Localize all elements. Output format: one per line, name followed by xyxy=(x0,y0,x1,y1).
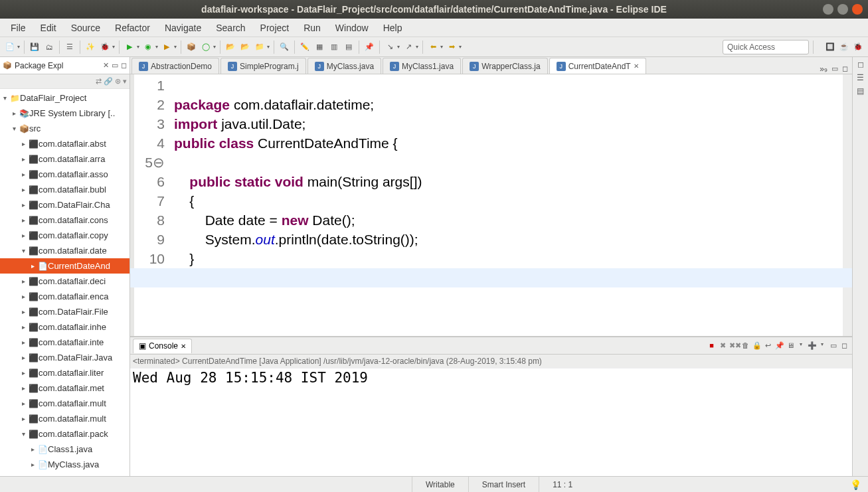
persp-java-icon[interactable]: ☕ xyxy=(838,41,850,53)
file-node-selected[interactable]: CurrentDateAnd xyxy=(48,261,110,271)
back-icon[interactable]: ⬅ xyxy=(427,41,439,53)
pkg-node[interactable]: com.dataflair.deci xyxy=(39,276,106,286)
magic-icon[interactable]: ✨ xyxy=(84,41,96,53)
project-tree[interactable]: ▾📁DataFlair_Project ▸📚JRE System Library… xyxy=(0,89,130,476)
pkg-node[interactable]: com.dataflair.pack xyxy=(39,429,108,439)
clear-icon[interactable]: 🗑 xyxy=(740,341,750,350)
tab-close-icon[interactable]: ✕ xyxy=(634,62,639,70)
grid-icon[interactable]: ▦ xyxy=(313,41,325,53)
project-node[interactable]: DataFlair_Project xyxy=(20,93,86,103)
restore-icon[interactable]: ◻ xyxy=(857,60,864,69)
menu-edit[interactable]: Edit xyxy=(34,20,63,36)
editor-min-icon[interactable]: ▭ xyxy=(831,64,838,74)
tab-wrapperclass[interactable]: JWrapperClass.ja xyxy=(462,58,547,74)
save-icon[interactable]: 💾 xyxy=(29,41,41,53)
outline-icon[interactable]: ▤ xyxy=(343,41,355,53)
pkg-node[interactable]: com.dataflair.inte xyxy=(39,337,104,347)
maximize-button[interactable] xyxy=(837,4,848,15)
outline-view-icon[interactable]: ▤ xyxy=(857,86,864,96)
menu-run[interactable]: Run xyxy=(297,20,327,36)
view-close-icon[interactable]: ✕ xyxy=(103,61,109,70)
toggle-icon[interactable]: ☰ xyxy=(64,41,76,53)
run-last-icon[interactable]: ▶ xyxy=(161,41,173,53)
menu-search[interactable]: Search xyxy=(209,20,252,36)
code-content[interactable]: package com.dataflair.datetime; import j… xyxy=(171,74,843,336)
pkg-node[interactable]: com.DataFlair.Java xyxy=(39,353,112,363)
open-type-icon[interactable]: 📂 xyxy=(224,41,236,53)
fwd-icon[interactable]: ➡ xyxy=(446,41,458,53)
pin-console-icon[interactable]: 📌 xyxy=(774,341,784,350)
tab-myclass1[interactable]: JMyClass1.java xyxy=(383,58,461,74)
menu-file[interactable]: File xyxy=(4,20,33,36)
tab-simpleprogram[interactable]: JSimpleProgram.j xyxy=(220,58,306,74)
folder-icon[interactable]: 📁 xyxy=(254,41,266,53)
run-icon[interactable]: ▶ xyxy=(124,41,135,53)
src-node[interactable]: src xyxy=(29,123,41,133)
remove-icon[interactable]: ✖ xyxy=(718,341,728,350)
bar-icon[interactable]: ▥ xyxy=(328,41,340,53)
tip-icon[interactable]: 💡 xyxy=(850,479,868,490)
wrap-icon[interactable]: ↩ xyxy=(763,341,773,350)
console-output[interactable]: Wed Aug 28 15:15:48 IST 2019 xyxy=(130,369,852,476)
pkg-node[interactable]: com.dataflair.mult xyxy=(39,414,106,424)
tab-myclass[interactable]: JMyClass.java xyxy=(307,58,381,74)
menu-window[interactable]: Window xyxy=(329,20,375,36)
persp-open-icon[interactable]: 🔲 xyxy=(824,41,836,53)
wand-icon[interactable]: ✏️ xyxy=(299,41,311,53)
code-editor[interactable]: 12345⊖67891011 package com.dataflair.dat… xyxy=(130,74,852,337)
tasks-icon[interactable]: ☰ xyxy=(857,73,864,82)
pkg-node[interactable]: com.dataflair.asso xyxy=(39,169,108,179)
pkg-node[interactable]: com.dataflair.liter xyxy=(39,368,104,378)
menu-refactor[interactable]: Refactor xyxy=(108,20,157,36)
more-tabs-icon[interactable]: »₉ xyxy=(820,64,827,74)
search-icon[interactable]: 🔍 xyxy=(278,41,290,53)
close-button[interactable] xyxy=(852,4,863,15)
quick-access[interactable]: Quick Access xyxy=(723,40,809,54)
focus-icon[interactable]: ⊛ xyxy=(115,77,121,86)
collapse-icon[interactable]: ⇄ xyxy=(96,77,102,86)
next-ann-icon[interactable]: ↘ xyxy=(384,41,396,53)
tab-abstractiondemo[interactable]: JAbstractionDemo xyxy=(131,58,219,74)
open-task-icon[interactable]: 📂 xyxy=(239,41,251,53)
terminate-icon[interactable]: ■ xyxy=(707,341,717,350)
pkg-node[interactable]: com.dataflair.mult xyxy=(39,398,106,408)
view-menu-icon[interactable]: ▾ xyxy=(123,77,127,86)
pkg-node[interactable]: com.dataflair.met xyxy=(39,383,104,393)
persp-debug-icon[interactable]: 🐞 xyxy=(852,41,864,53)
menu-source[interactable]: Source xyxy=(64,20,107,36)
pkg-node[interactable]: com.dataflair.enca xyxy=(39,291,109,301)
console-min-icon[interactable]: ▭ xyxy=(828,341,838,350)
link-icon[interactable]: 🔗 xyxy=(104,77,113,86)
prev-ann-icon[interactable]: ↗ xyxy=(402,41,414,53)
remove-all-icon[interactable]: ✖✖ xyxy=(729,341,739,350)
overview-ruler[interactable] xyxy=(843,74,852,336)
new-icon[interactable]: 📄 xyxy=(4,41,16,53)
type-icon[interactable]: ◯ xyxy=(200,41,212,53)
coverage-icon[interactable]: ◉ xyxy=(142,41,154,53)
save-all-icon[interactable]: 🗂 xyxy=(43,41,55,53)
menu-navigate[interactable]: Navigate xyxy=(158,20,208,36)
editor-max-icon[interactable]: ◻ xyxy=(842,64,848,74)
menu-project[interactable]: Project xyxy=(254,20,296,36)
debug-icon[interactable]: 🐞 xyxy=(99,41,111,53)
menu-help[interactable]: Help xyxy=(377,20,409,36)
pkg-node[interactable]: com.dataflair.date xyxy=(39,246,107,256)
file-node[interactable]: Class1.java xyxy=(48,444,92,454)
console-close-icon[interactable]: ✕ xyxy=(181,343,186,350)
pkg-node[interactable]: com.dataflair.bubl xyxy=(39,185,106,195)
pkg-node[interactable]: com.dataflair.arra xyxy=(39,154,105,164)
pkg-node[interactable]: com.DataFlair.File xyxy=(39,307,108,317)
jre-node[interactable]: JRE System Library [.. xyxy=(29,108,115,118)
new-console-icon[interactable]: ➕ xyxy=(807,341,817,350)
file-node[interactable]: MyClass.java xyxy=(48,459,99,469)
package-icon[interactable]: 📦 xyxy=(185,41,197,53)
console-max-icon[interactable]: ◻ xyxy=(839,341,849,350)
minimize-button[interactable] xyxy=(823,4,833,15)
pkg-node[interactable]: com.dataflair.abst xyxy=(39,139,106,149)
scroll-lock-icon[interactable]: 🔒 xyxy=(752,341,762,350)
maximize-icon[interactable]: ◻ xyxy=(121,61,127,70)
pkg-node[interactable]: com.DataFlair.Cha xyxy=(39,200,110,210)
console-tab[interactable]: ▣Console✕ xyxy=(133,339,192,353)
pkg-node[interactable]: com.dataflair.copy xyxy=(39,230,108,240)
minimize-icon[interactable]: ▭ xyxy=(112,61,118,70)
